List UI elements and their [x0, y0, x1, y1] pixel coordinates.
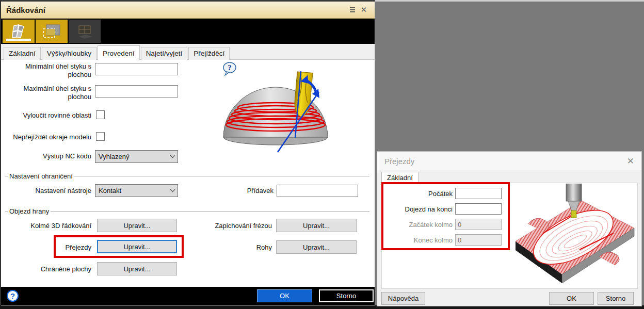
start-input[interactable]	[455, 188, 502, 199]
min-angle-input[interactable]	[95, 63, 178, 75]
exclude-planar-label: Vyloučit rovinné oblasti	[2, 111, 91, 120]
tool-setting-dropdown[interactable]: Kontakt	[95, 184, 178, 197]
dialog-titlebar: Řádkování ✕	[1, 2, 375, 19]
end-perpendicular-label: Konec kolmo	[383, 236, 453, 244]
no-cross-edges-label: Nepřejíždět okraje modelu	[2, 133, 91, 141]
tab-najeti-vyjeti[interactable]: Najetí/vyjetí	[141, 47, 188, 60]
ok-button[interactable]: OK	[549, 292, 594, 305]
perpendicular-3d-label: Kolmé 3D řádkování	[2, 222, 91, 230]
cancel-button[interactable]: Storno	[598, 292, 634, 305]
start-perpendicular-label: Začátek kolmo	[383, 221, 453, 229]
links-label: Přejezdy	[2, 243, 91, 252]
end-input[interactable]	[455, 203, 502, 215]
help-icon[interactable]: ?	[7, 290, 19, 302]
svg-text:?: ?	[228, 63, 232, 72]
max-angle-label: Maximální úhel styku s plochou	[2, 85, 91, 102]
prejezdy-titlebar: Přejezdy ✕	[377, 152, 641, 170]
radkovani-dialog: Řádkování ✕	[0, 0, 375, 305]
menu-icon[interactable]	[347, 5, 358, 15]
plunge-milling-edit-button[interactable]: Upravit...	[276, 219, 357, 232]
region-select-icon	[41, 23, 62, 40]
nc-output-dropdown[interactable]: Vyhlazený	[95, 150, 178, 163]
cancel-button[interactable]: Storno	[319, 289, 374, 302]
max-angle-input[interactable]	[95, 85, 178, 97]
prejezdy-title: Přejezdy	[384, 157, 627, 166]
tool-setting-label: Nastavení nástroje	[2, 187, 91, 195]
start-perpendicular-input	[455, 219, 502, 230]
dialog-footer: ? OK Storno	[1, 287, 375, 305]
tab-vysky-hloubky[interactable]: Výšky/hloubky	[42, 47, 96, 60]
tab-provedeni[interactable]: Provedení	[98, 45, 140, 60]
min-angle-label: Minimální úhel styku s plochou	[2, 62, 91, 79]
active-tool-indicator	[6, 39, 31, 41]
protected-surfaces-edit-button[interactable]: Upravit...	[97, 262, 177, 275]
corners-edit-button[interactable]: Upravit...	[276, 240, 357, 254]
help-button[interactable]: Nápověda	[381, 292, 425, 305]
prejezdy-tab-zakladni[interactable]: Základní	[381, 172, 418, 184]
tab-zakladni[interactable]: Základní	[4, 47, 41, 60]
mesh-panel-icon	[74, 23, 95, 40]
operation-toolbar	[1, 19, 375, 44]
surface-patch-tool-button[interactable]	[3, 20, 35, 43]
close-icon[interactable]: ✕	[358, 5, 369, 15]
angle-illustration	[217, 71, 343, 155]
end-perpendicular-input	[455, 234, 502, 246]
boundary-group-header: Nastavení ohraničení	[5, 172, 369, 180]
dialog-tabbar: Základní Výšky/hloubky Provedení Najetí/…	[1, 44, 375, 60]
allowance-label: Přídavek	[207, 187, 273, 195]
end-label: Dojezd na konci	[383, 205, 453, 213]
screen: Řádkování ✕	[0, 0, 644, 309]
corners-label: Rohy	[205, 243, 272, 252]
prejezdy-dialog: Přejezdy ✕ Základní Počátek Dojezd na ko…	[377, 151, 642, 306]
exclude-planar-checkbox[interactable]	[96, 110, 105, 119]
nc-output-label: Výstup NC kódu	[2, 152, 91, 160]
links-edit-button[interactable]: Upravit...	[97, 240, 177, 253]
no-cross-edges-checkbox[interactable]	[96, 132, 105, 141]
edge-group-header: Objezd hrany	[5, 207, 369, 215]
chevron-down-icon	[170, 153, 175, 158]
start-label: Počátek	[383, 190, 453, 198]
perpendicular-3d-edit-button[interactable]: Upravit...	[97, 219, 177, 232]
dialog-title: Řádkování	[6, 6, 45, 14]
protected-surfaces-label: Chráněné plochy	[2, 265, 91, 273]
tab-content-provedeni: Minimální úhel styku s plochou Maximální…	[1, 60, 375, 287]
toolpath-illustration	[512, 184, 637, 287]
mesh-tool-button[interactable]	[69, 20, 101, 43]
tab-prejizdeci[interactable]: Přejížděcí	[188, 47, 230, 60]
chevron-down-icon	[170, 187, 175, 192]
close-icon[interactable]: ✕	[627, 156, 634, 167]
allowance-input[interactable]	[277, 185, 358, 197]
ok-button[interactable]: OK	[257, 289, 312, 302]
surface-patch-icon	[10, 24, 27, 39]
graphics-viewport	[375, 0, 644, 151]
region-select-tool-button[interactable]	[36, 20, 68, 43]
plunge-milling-label: Zapichování frézou	[205, 222, 272, 230]
